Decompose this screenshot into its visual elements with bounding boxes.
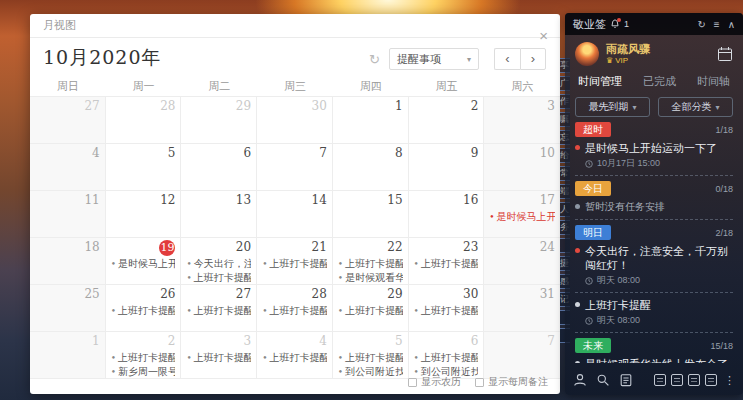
day-cell-30[interactable]: 30•上班打卡提醒 [409, 285, 485, 332]
day-cell-5[interactable]: 5•上班打卡提醒•到公司附近找停车… [333, 332, 409, 379]
event-item[interactable]: •上班打卡提醒 [262, 304, 327, 318]
event-item[interactable]: •今天出行，注意安… [186, 257, 251, 271]
day-cell-7[interactable]: 7 [257, 144, 333, 191]
event-item[interactable]: •上班打卡提醒 [186, 304, 251, 318]
day-cell-31[interactable]: 31 [484, 285, 560, 332]
event-item[interactable]: •上班打卡提醒 [111, 351, 176, 365]
task-item[interactable]: 今天出行，注意安全，千万别闯红灯！明天 08:00 [575, 244, 733, 287]
day-cell-4[interactable]: 4 [30, 144, 106, 191]
event-item[interactable]: •到公司附近找停车… [338, 365, 403, 379]
tab-timeline[interactable]: 时间轴 [697, 74, 730, 89]
calendar-icon[interactable] [717, 46, 733, 62]
task-item[interactable]: 是时候观看华为线上发布会了10月22日 20:00 [575, 357, 733, 363]
day-cell-23[interactable]: 23•上班打卡提醒 [409, 238, 485, 285]
day-cell-1[interactable]: 1 [30, 332, 106, 379]
event-item[interactable]: •新乡周一限号1和8… [111, 365, 176, 379]
weekday-header: 周六 [484, 78, 560, 96]
day-cell-3[interactable]: 3•上班打卡提醒 [181, 332, 257, 379]
day-cell-15[interactable]: 15 [333, 191, 409, 238]
day-cell-18[interactable]: 18 [30, 238, 106, 285]
day-cell-2[interactable]: 2•上班打卡提醒•新乡周一限号1和8… [106, 332, 182, 379]
prev-month-button[interactable]: ‹ [494, 48, 520, 70]
task-text: 暂时没有任务安排 [585, 200, 665, 214]
day-cell-10[interactable]: 10 [484, 144, 560, 191]
day-cell-6[interactable]: 6•上班打卡提醒•到公司附近找停车… [409, 332, 485, 379]
search-icon[interactable] [596, 373, 610, 387]
event-item[interactable]: •上班打卡提醒 [338, 351, 403, 365]
refresh-icon[interactable]: ↻ [369, 52, 380, 67]
day-cell-29[interactable]: 29 [181, 97, 257, 144]
note-icon[interactable] [619, 373, 633, 387]
date-number: 18 [35, 240, 100, 257]
event-item[interactable]: •上班打卡提醒 [262, 351, 327, 365]
event-item[interactable]: •上班打卡提醒 [186, 351, 251, 365]
event-item[interactable]: •上班打卡提醒 [414, 304, 479, 318]
avatar[interactable] [575, 42, 599, 66]
day-cell-30[interactable]: 30 [257, 97, 333, 144]
contacts-icon[interactable] [573, 373, 587, 387]
shortcut-icon-2[interactable] [671, 374, 683, 386]
task-time-text: 10月17日 15:00 [597, 157, 660, 170]
event-item[interactable]: •上班打卡提醒 [338, 304, 403, 318]
bell-icon[interactable] [610, 19, 620, 29]
day-cell-4[interactable]: 4•上班打卡提醒 [257, 332, 333, 379]
day-cell-1[interactable]: 1 [333, 97, 409, 144]
shortcut-icon-4[interactable] [705, 374, 717, 386]
day-cell-8[interactable]: 8 [333, 144, 409, 191]
day-cell-28[interactable]: 28•上班打卡提醒 [257, 285, 333, 332]
event-item[interactable]: •上班打卡提醒 [338, 257, 403, 271]
show-week-note-checkbox[interactable]: 显示每周备注 [475, 375, 548, 389]
sync-icon[interactable]: ↻ [697, 19, 705, 30]
event-item[interactable]: •是时候观看华为线… [338, 271, 403, 285]
sort-order-dropdown[interactable]: 最先到期▾ [575, 97, 650, 117]
view-type-dropdown[interactable]: 提醒事项 ▾ [389, 48, 479, 70]
day-cell-3[interactable]: 3 [484, 97, 560, 144]
day-cell-17[interactable]: 17•是时候马上开始运… [484, 191, 560, 238]
day-cell-9[interactable]: 9 [409, 144, 485, 191]
chevron-down-icon: ▾ [715, 103, 719, 112]
task-item[interactable]: 是时候马上开始运动一下了10月17日 15:00 [575, 141, 733, 170]
day-cell-25[interactable]: 25 [30, 285, 106, 332]
task-item[interactable]: 暂时没有任务安排 [575, 200, 733, 214]
day-cell-27[interactable]: 27 [30, 97, 106, 144]
day-cell-13[interactable]: 13 [181, 191, 257, 238]
event-item[interactable]: •是时候马上开始运… [111, 257, 176, 271]
event-item[interactable]: •上班打卡提醒 [111, 304, 176, 318]
day-cell-27[interactable]: 27•上班打卡提醒 [181, 285, 257, 332]
day-cell-19[interactable]: 19•是时候马上开始运… [106, 238, 182, 285]
event-item[interactable]: •上班打卡提醒 [414, 351, 479, 365]
day-cell-2[interactable]: 2 [409, 97, 485, 144]
tab-completed[interactable]: 已完成 [643, 74, 676, 89]
next-month-button[interactable]: › [520, 48, 546, 70]
date-number: 22 [338, 240, 403, 257]
day-cell-16[interactable]: 16 [409, 191, 485, 238]
shortcut-icon-1[interactable] [654, 374, 666, 386]
more-icon[interactable]: ⋮ [724, 374, 735, 387]
event-item[interactable]: •上班打卡提醒 [262, 257, 327, 271]
day-cell-6[interactable]: 6 [181, 144, 257, 191]
day-cell-20[interactable]: 20•今天出行，注意安…•上班打卡提醒 [181, 238, 257, 285]
tab-time-management[interactable]: 时间管理 [578, 74, 622, 89]
event-item[interactable]: •上班打卡提醒 [186, 271, 251, 285]
collapse-icon[interactable]: ∧ [728, 19, 735, 30]
show-lunar-checkbox[interactable]: 显示农历 [408, 375, 461, 389]
day-cell-28[interactable]: 28 [106, 97, 182, 144]
day-cell-12[interactable]: 12 [106, 191, 182, 238]
day-cell-21[interactable]: 21•上班打卡提醒 [257, 238, 333, 285]
day-cell-22[interactable]: 22•上班打卡提醒•是时候观看华为线… [333, 238, 409, 285]
event-bullet: • [186, 353, 191, 363]
day-cell-14[interactable]: 14 [257, 191, 333, 238]
day-cell-24[interactable]: 24 [484, 238, 560, 285]
date-number: 29 [186, 99, 251, 116]
day-cell-11[interactable]: 11 [30, 191, 106, 238]
day-cell-29[interactable]: 29•上班打卡提醒 [333, 285, 409, 332]
day-cell-7[interactable]: 7 [484, 332, 560, 379]
category-filter-dropdown[interactable]: 全部分类▾ [658, 97, 733, 117]
menu-icon[interactable]: ≡ [714, 19, 720, 30]
day-cell-5[interactable]: 5 [106, 144, 182, 191]
day-cell-26[interactable]: 26•上班打卡提醒 [106, 285, 182, 332]
event-item[interactable]: •上班打卡提醒 [414, 257, 479, 271]
event-item[interactable]: •是时候马上开始运… [489, 210, 555, 224]
shortcut-icon-3[interactable] [688, 374, 700, 386]
task-item[interactable]: 上班打卡提醒明天 08:00 [575, 298, 733, 327]
